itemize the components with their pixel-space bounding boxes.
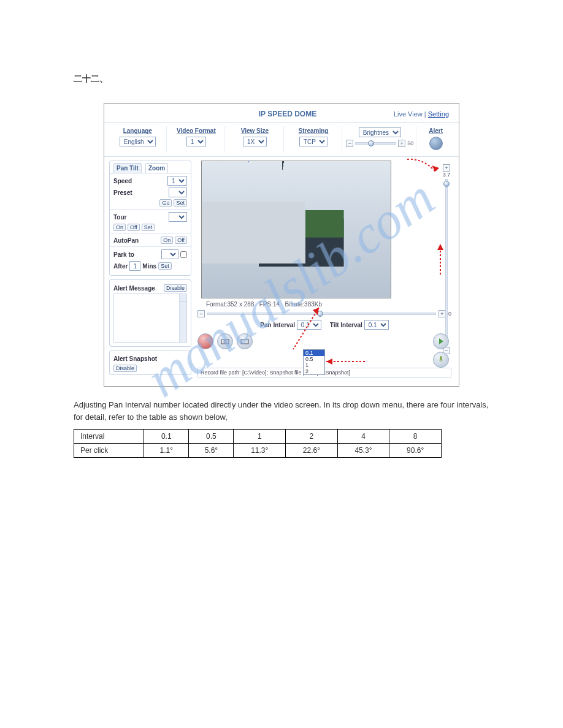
brightness-select[interactable]: Brightnes [359, 127, 401, 137]
left-column: Pan Tilt Zoom Speed 1 Preset Go Set Tour [109, 161, 191, 380]
interval-row: Pan Interval 0.1 Tilt Interval 0.1 [195, 320, 454, 330]
autopan-label: AutoPan [113, 237, 139, 244]
folder-icon [240, 338, 249, 344]
camera-image-icon [202, 161, 391, 298]
format-value: Format:352 x 288 [206, 301, 254, 308]
preset-set-button[interactable]: Set [174, 199, 187, 207]
cell: 45.3° [337, 444, 389, 458]
svg-marker-2 [313, 308, 319, 315]
tilt-interval-label: Tilt Interval [330, 322, 362, 328]
autopan-on-button[interactable]: On [161, 237, 173, 244]
cell: 11.3° [234, 444, 286, 458]
after-set-button[interactable]: Set [158, 262, 172, 270]
table-row: Interval 0.1 0.5 1 2 4 8 [74, 430, 442, 444]
svg-rect-7 [440, 356, 442, 360]
tour-set-button[interactable]: Set [142, 224, 155, 231]
preset-select[interactable] [169, 188, 187, 197]
speed-select[interactable]: 1 [167, 176, 187, 186]
tour-off-button[interactable]: Off [128, 224, 140, 231]
streaming-select[interactable]: TCP [299, 137, 327, 146]
callout-arrow-icon [324, 357, 373, 368]
alert-snapshot-panel: Alert Snapshot Disable [109, 351, 191, 375]
mic-button[interactable] [433, 352, 449, 368]
menu-language: Language English [109, 126, 167, 153]
ui-screenshot: IP SPEED DOME Live View | Setting Langua… [104, 103, 459, 387]
table-row: Per click 1.1° 5.6° 11.3° 22.6° 45.3° 90… [74, 444, 442, 458]
menu-view-size: View Size 1X [226, 126, 284, 153]
media-controls [197, 333, 451, 349]
scrollbar-icon[interactable] [179, 294, 186, 342]
alertmsg-disable-button[interactable]: Disable [164, 284, 187, 292]
tour-label: Tour [113, 214, 126, 221]
svg-rect-6 [241, 339, 248, 344]
parkto-select[interactable] [161, 249, 178, 259]
cell: 0.5 [189, 430, 234, 444]
preset-label: Preset [113, 189, 132, 196]
speed-label: Speed [113, 178, 132, 184]
menu-streaming: Streaming TCP [285, 126, 343, 153]
viewsize-select[interactable]: 1X [243, 137, 267, 146]
video-stats: Format:352 x 288 FPS:14 Bitrate:383Kb [206, 301, 454, 308]
callout-arrow-icon [405, 157, 442, 178]
cell: 4 [337, 430, 389, 444]
parkto-checkbox[interactable] [180, 251, 187, 258]
preset-go-button[interactable]: Go [159, 199, 172, 207]
speaker-button[interactable] [433, 333, 449, 349]
videoformat-label: Video Format [170, 127, 223, 134]
tour-select[interactable] [169, 212, 187, 222]
alert-message-panel: Alert Message Disable [109, 279, 191, 347]
option-0-5[interactable]: 0.5 [304, 356, 324, 362]
body-row: Pan Tilt Zoom Speed 1 Preset Go Set Tour [104, 157, 459, 386]
alert-label: Alert [420, 127, 451, 134]
svg-point-5 [224, 341, 226, 343]
tilt-plus-button[interactable]: + [443, 164, 450, 172]
cell: 0.1 [144, 430, 189, 444]
tab-pantilt[interactable]: Pan Tilt [113, 163, 142, 173]
alertsnap-disable-button[interactable]: Disable [113, 365, 137, 372]
videoformat-select[interactable]: 1 [186, 137, 206, 146]
liveview-link[interactable]: Live View [394, 110, 423, 118]
svg-marker-3 [326, 358, 332, 365]
brightness-plus[interactable]: + [398, 140, 405, 147]
option-2[interactable]: 2 [304, 368, 324, 374]
pan-slider[interactable]: − + 0 [197, 310, 451, 317]
app-title: IP SPEED DOME [182, 110, 394, 118]
autopan-off-button[interactable]: Off [175, 237, 187, 244]
top-links: Live View | Setting [394, 110, 449, 118]
tour-on-button[interactable]: On [113, 224, 126, 231]
record-button[interactable] [197, 333, 213, 349]
brightness-slider[interactable] [355, 142, 396, 145]
mic-icon [438, 355, 444, 364]
brightness-minus[interactable]: − [346, 140, 353, 147]
fps-value: FPS:14 [259, 301, 280, 308]
language-select[interactable]: English [120, 137, 156, 146]
snapshot-button[interactable] [217, 333, 233, 349]
cell: 2 [286, 430, 338, 444]
after-unit: Mins [142, 263, 156, 270]
brightness-value: 50 [407, 140, 413, 146]
ptz-panel: Pan Tilt Zoom Speed 1 Preset Go Set Tour [109, 161, 191, 276]
svg-marker-1 [437, 244, 443, 250]
after-input[interactable] [129, 261, 140, 271]
title-bar: IP SPEED DOME Live View | Setting [104, 104, 459, 122]
tilt-value: 3.7 [443, 172, 451, 178]
pan-minus-button[interactable]: − [197, 310, 205, 317]
menu-brightness: Brightnes − + 50 [343, 126, 416, 153]
cell: 1 [234, 430, 286, 444]
setting-link[interactable]: Setting [428, 110, 449, 118]
tilt-interval-select[interactable]: 0.1 [364, 320, 389, 330]
tab-zoom[interactable]: Zoom [145, 163, 168, 173]
parkto-label: Park to [113, 251, 134, 258]
video-display[interactable] [201, 161, 391, 298]
menu-alert: Alert [418, 126, 454, 153]
th-interval: Interval [74, 430, 144, 444]
paragraph: Adjusting Pan Interval number located di… [74, 399, 489, 423]
cell: 90.6° [389, 444, 442, 458]
alert-message-area[interactable] [113, 294, 187, 343]
path-button[interactable] [237, 333, 253, 349]
alertmsg-label: Alert Message [113, 285, 155, 292]
section-heading: 二十二、 [74, 74, 526, 85]
option-1[interactable]: 1 [304, 362, 324, 368]
svg-marker-0 [432, 165, 439, 172]
alert-button[interactable] [429, 137, 443, 150]
